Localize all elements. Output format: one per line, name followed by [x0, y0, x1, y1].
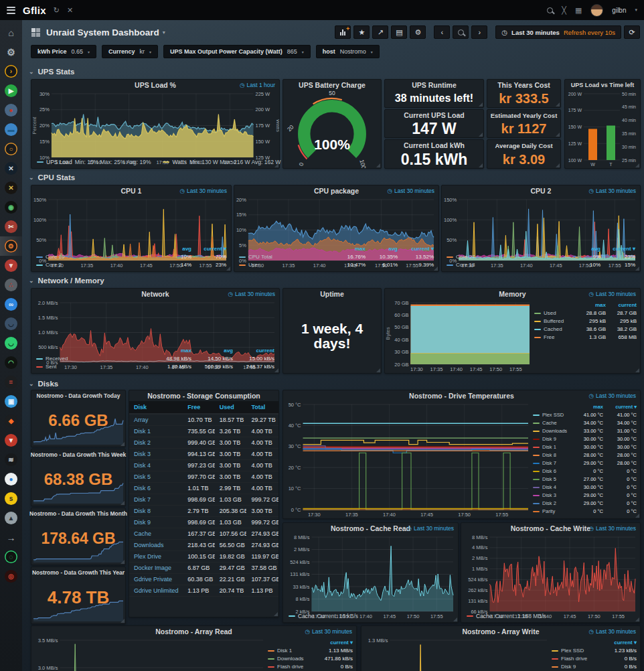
- close-icon[interactable]: ✕: [67, 6, 73, 15]
- panel-title[interactable]: Uptime: [320, 290, 344, 298]
- zoom-out-button[interactable]: [453, 25, 469, 39]
- panel-time-range[interactable]: ◷Last 30 minutes: [589, 628, 636, 635]
- legend-item[interactable]: Core 2: [36, 261, 162, 269]
- save-button[interactable]: ▤: [391, 25, 407, 39]
- table-row[interactable]: Disk 7998.69 GB1.03 GB999.72 GB: [129, 494, 278, 506]
- legend-item[interactable]: Used: [534, 309, 575, 317]
- table-row[interactable]: Disk 4997.23 GB3.00 TB4.00 TB: [129, 460, 278, 471]
- sidebar-item-app-gear-orange[interactable]: ⚙: [0, 236, 22, 256]
- legend-item[interactable]: Disk 9: [552, 663, 594, 671]
- table-row[interactable]: Downloads218.43 GB56.50 GB274.93 GB: [129, 540, 278, 551]
- legend-item[interactable]: UPS LoadMin: 15% Max: 25% Avg: 19%: [37, 159, 151, 165]
- chart-array-read[interactable]: 2.5 MB/s3.0 MB/s3.5 MB/s: [31, 637, 268, 671]
- panel-title[interactable]: UPS Runtime: [412, 81, 457, 89]
- legend-item[interactable]: Disk 6: [533, 467, 571, 475]
- dashboard-title[interactable]: Unraid System Dashboard: [46, 27, 159, 38]
- legend-column-header[interactable]: max: [155, 347, 191, 355]
- refresh-button[interactable]: ⟳: [624, 25, 640, 39]
- chart-network[interactable]: 0 B/s500 kB/s1.0 MB/s1.5 MB/s2.0 MB/s17:…: [31, 299, 279, 347]
- user-caret-icon[interactable]: ▾: [635, 7, 637, 13]
- legend-item[interactable]: Parity: [533, 508, 571, 516]
- table-row[interactable]: Plex Drive100.15 GB19.82 GB119.97 GB: [129, 551, 278, 563]
- legend-column-header[interactable]: max: [578, 301, 606, 309]
- panel-title[interactable]: Nostromo - Data Growth This Month: [29, 510, 127, 517]
- sidebar-item-app-plex[interactable]: ›: [0, 62, 22, 81]
- chart-cpu-2[interactable]: 0%50%100%150%17:3017:3517:4017:4517:5017…: [442, 196, 640, 245]
- legend-item[interactable]: Disk 4: [533, 483, 571, 492]
- legend-column-header[interactable]: avg: [165, 245, 191, 253]
- panel-title[interactable]: CPU 1: [121, 187, 142, 195]
- panel-title[interactable]: Nostromo - Data Growth This Year: [32, 569, 125, 576]
- sidebar-item-app-emby[interactable]: ▶: [0, 81, 22, 100]
- sidebar-item-app-sab[interactable]: s: [0, 489, 22, 508]
- panel-title[interactable]: Average Daily Cost: [495, 142, 552, 149]
- panel-time-range[interactable]: ◷Last 30 minutes: [388, 188, 434, 194]
- panel-title[interactable]: Nostromo - Array Read: [155, 627, 232, 636]
- panel-title[interactable]: Current Load kWh: [404, 141, 465, 149]
- avatar[interactable]: [590, 4, 603, 17]
- legend-column-header[interactable]: current ▾: [313, 639, 353, 647]
- legend-item[interactable]: Disk 3: [533, 492, 571, 500]
- legend-item[interactable]: Disk 1: [268, 647, 310, 655]
- sidebar-item-app-x-yellow[interactable]: ✕: [0, 178, 22, 198]
- panel-time-range[interactable]: ◷Last 30 minutes: [589, 525, 636, 532]
- section-disks[interactable]: ⌄Disks: [29, 380, 58, 388]
- legend-item[interactable]: Downloads: [268, 655, 310, 663]
- panel-time-range[interactable]: ◷Last 30 minutes: [180, 188, 227, 194]
- legend-item[interactable]: Flash drive: [552, 655, 594, 663]
- legend-item[interactable]: Disk 8: [533, 451, 571, 459]
- sidebar-item-app-bars[interactable]: ≡: [0, 372, 22, 392]
- legend-item[interactable]: Free: [534, 333, 575, 342]
- table-row[interactable]: Disk 2999.40 GB3.00 TB4.00 TB: [129, 437, 278, 449]
- panel-time-range[interactable]: ◷Last 30 minutes: [589, 291, 636, 297]
- chart-cpu-package[interactable]: 0%5%10%15%20%17:3017:3517:4017:4517:5017…: [234, 196, 438, 245]
- legend-item[interactable]: CPU Total: [239, 253, 333, 261]
- sidebar-item-logout[interactable]: →: [0, 528, 22, 547]
- panel-title[interactable]: Nostromo - Cache Write: [511, 524, 590, 532]
- table-row[interactable]: Cache167.37 GB107.56 GB274.93 GB: [129, 528, 278, 540]
- sidebar-item-app-green-ring[interactable]: ◌: [0, 547, 22, 567]
- variable-host[interactable]: hostNostromo▾: [316, 45, 380, 58]
- sidebar-item-app-green-u[interactable]: ◡: [0, 333, 22, 353]
- sidebar-item-app-blue[interactable]: ▬: [0, 120, 22, 139]
- menu-icon[interactable]: [7, 7, 15, 14]
- legend-column-header[interactable]: current ▾: [606, 403, 637, 411]
- table-row[interactable]: Disk 9998.69 GB1.03 GB999.72 GB: [129, 517, 278, 528]
- legend-item[interactable]: WattsMin: 130 W Max: 216 W Avg: 162 W: [163, 159, 280, 165]
- sidebar-item-app-gitlab[interactable]: ◆: [0, 411, 22, 431]
- panel-title[interactable]: Network: [141, 290, 169, 298]
- panel-time-range[interactable]: ◷Last 30 minutes: [305, 628, 352, 635]
- section-network-memory[interactable]: ⌄Network / Memory: [29, 277, 104, 285]
- legend-column-header[interactable]: max: [336, 245, 366, 253]
- chart-memory[interactable]: 20 GB30 GB40 GB50 GB60 GB70 GB17:3017:35…: [385, 299, 534, 373]
- table-column-header[interactable]: Total: [246, 401, 278, 414]
- panel-time-range[interactable]: ◷Last 30 minutes: [228, 291, 275, 297]
- sidebar-item-app-blue-red[interactable]: ●: [0, 100, 22, 120]
- variable-currency[interactable]: Currencykr▾: [102, 45, 158, 58]
- sidebar-item-app-leaf[interactable]: ◠: [0, 353, 22, 372]
- legend-item[interactable]: Sent: [36, 363, 153, 371]
- share-button[interactable]: ↗: [372, 25, 388, 39]
- sidebar-item-app-scissors[interactable]: ✂: [0, 217, 22, 236]
- panel-title[interactable]: CPU 2: [531, 187, 552, 195]
- legend-column-header[interactable]: avg: [194, 347, 233, 355]
- legend-item[interactable]: Disk 5: [533, 475, 571, 483]
- legend-item[interactable]: Core 18: [447, 261, 571, 269]
- panel-title[interactable]: Nostromo - Cache Read: [331, 524, 410, 532]
- sidebar-item-app-grey-dots[interactable]: ∴: [0, 275, 22, 295]
- table-row[interactable]: Disk 1735.55 GB3.26 TB4.00 TB: [129, 426, 278, 437]
- legend-column-header[interactable]: current: [609, 301, 637, 309]
- panel-title[interactable]: UPS Load vs Time left: [571, 82, 634, 88]
- legend-column-header[interactable]: current ▾: [603, 245, 635, 253]
- legend-item[interactable]: Disk 7: [533, 459, 571, 467]
- chart-cpu-1[interactable]: 0%50%100%150%17:3017:3517:4017:4517:5017…: [31, 196, 231, 245]
- settings-button[interactable]: ⚙: [410, 25, 426, 39]
- legend-item[interactable]: Cache: [533, 419, 571, 427]
- panel-title[interactable]: Nostromo - Storage Consumption: [147, 392, 260, 400]
- legend-item[interactable]: User: [239, 261, 333, 269]
- reload-icon[interactable]: ↻: [54, 6, 60, 15]
- chart-array-write[interactable]: 1.0 MB/s1.3 MB/s: [361, 637, 552, 671]
- chart-ups-load-vs-time[interactable]: 100 W125 W150 W175 W200 W25 min30 min35 …: [565, 90, 640, 168]
- variable-ups-max-output-power-capacity-watt-[interactable]: UPS Max Output Power Capacity (Watt)865▾: [163, 45, 311, 58]
- grid-icon[interactable]: ▦: [575, 6, 582, 15]
